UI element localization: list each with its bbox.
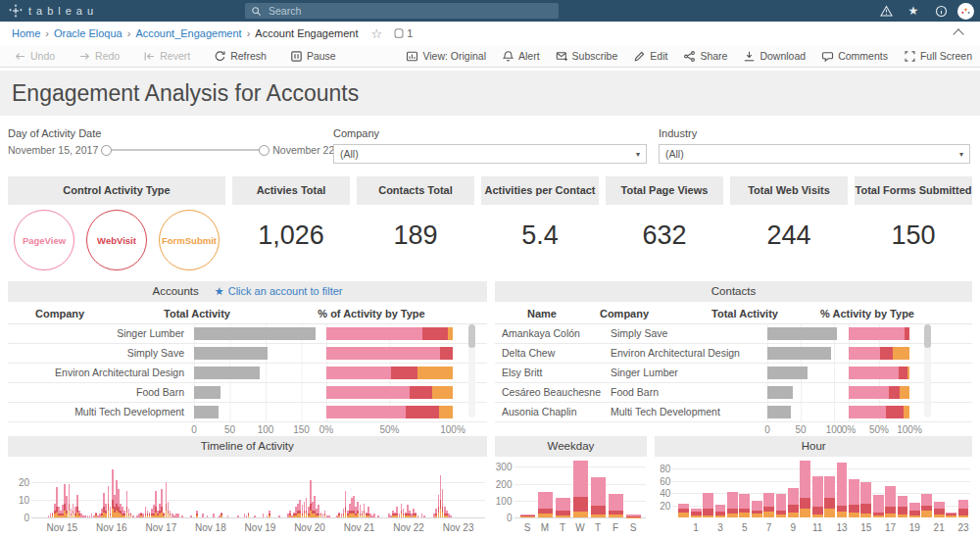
timeline-bar[interactable] bbox=[95, 513, 97, 514]
hour-bar[interactable] bbox=[837, 512, 848, 517]
search-bar[interactable] bbox=[245, 3, 559, 19]
pageview-segment[interactable] bbox=[849, 386, 889, 399]
timeline-bar[interactable] bbox=[442, 489, 444, 507]
activity-type-formsubmit-button[interactable]: FormSubmit bbox=[159, 210, 220, 270]
weekday-bar[interactable] bbox=[573, 497, 588, 512]
timeline-bar[interactable] bbox=[237, 515, 239, 517]
hour-bar[interactable] bbox=[678, 513, 689, 517]
contact-row[interactable]: Cesáreo BeauchesneFood Barn bbox=[495, 383, 972, 403]
hour-bar[interactable] bbox=[691, 509, 702, 513]
hour-bar[interactable] bbox=[837, 506, 848, 512]
pageview-segment[interactable] bbox=[849, 367, 899, 379]
favorites-star-icon[interactable]: ★ bbox=[903, 0, 924, 22]
webvisit-segment[interactable] bbox=[886, 406, 903, 418]
weekday-bar[interactable] bbox=[609, 511, 623, 514]
timeline-bar[interactable] bbox=[181, 515, 183, 517]
weekday-bar[interactable] bbox=[520, 516, 535, 517]
scrollbar-thumb[interactable] bbox=[468, 324, 475, 348]
timeline-bar[interactable] bbox=[263, 514, 265, 517]
hour-bar[interactable] bbox=[824, 498, 835, 510]
hour-bar[interactable] bbox=[776, 514, 787, 517]
timeline-bar[interactable] bbox=[132, 515, 134, 517]
subscribe-button[interactable]: Subscribe bbox=[556, 50, 618, 63]
webvisit-segment[interactable] bbox=[406, 406, 439, 418]
hour-bar[interactable] bbox=[727, 509, 738, 514]
hour-bar[interactable] bbox=[909, 503, 920, 511]
hour-bar[interactable] bbox=[837, 463, 848, 506]
hour-bar[interactable] bbox=[752, 501, 762, 511]
total-activity-bar[interactable] bbox=[767, 406, 791, 418]
hour-bar[interactable] bbox=[946, 515, 956, 517]
hour-bar[interactable] bbox=[885, 514, 896, 517]
edit-button[interactable]: Edit bbox=[633, 50, 667, 63]
company-dropdown[interactable]: (All) ▾ bbox=[333, 144, 647, 164]
timeline-bar[interactable] bbox=[373, 514, 375, 517]
hour-bar[interactable] bbox=[776, 511, 787, 514]
timeline-bar[interactable] bbox=[207, 515, 209, 517]
contact-row[interactable]: Elsy BrittSinger Lumber bbox=[495, 364, 972, 383]
hour-bar[interactable] bbox=[715, 505, 726, 512]
hour-bar[interactable] bbox=[921, 506, 932, 511]
timeline-bar[interactable] bbox=[196, 515, 198, 517]
hour-bar[interactable] bbox=[739, 509, 750, 513]
timeline-bar[interactable] bbox=[377, 515, 379, 517]
hour-bar[interactable] bbox=[776, 494, 787, 510]
comments-button[interactable]: Comments bbox=[821, 50, 888, 63]
hour-bar[interactable] bbox=[885, 507, 896, 514]
hour-bar[interactable] bbox=[752, 511, 762, 514]
hour-bar[interactable] bbox=[885, 486, 896, 506]
timeline-bar[interactable] bbox=[289, 511, 291, 514]
timeline-bar[interactable] bbox=[254, 515, 256, 517]
timeline-bar[interactable] bbox=[269, 515, 270, 517]
timeline-bar[interactable] bbox=[415, 513, 416, 514]
account-row[interactable]: Environ Architectural Design bbox=[8, 364, 487, 383]
timeline-bar[interactable] bbox=[345, 491, 347, 507]
webvisit-segment[interactable] bbox=[889, 386, 900, 399]
breadcrumb-workbook-link[interactable]: Account_Engagement bbox=[135, 27, 241, 39]
timeline-bar[interactable] bbox=[364, 504, 366, 511]
timeline-bar[interactable] bbox=[69, 484, 71, 504]
timeline-bar[interactable] bbox=[220, 515, 222, 517]
weekday-bar[interactable] bbox=[591, 506, 606, 514]
weekday-bar[interactable] bbox=[626, 514, 641, 515]
weekday-bar[interactable] bbox=[538, 514, 553, 517]
weekday-bar[interactable] bbox=[520, 515, 535, 517]
formsubmit-segment[interactable] bbox=[448, 327, 453, 340]
contacts-scrollbar[interactable] bbox=[924, 324, 931, 417]
weekday-bar[interactable] bbox=[609, 514, 623, 517]
webvisit-segment[interactable] bbox=[899, 367, 907, 379]
hour-bar[interactable] bbox=[739, 494, 750, 509]
refresh-button[interactable]: Refresh bbox=[214, 50, 267, 63]
hour-bar[interactable] bbox=[849, 513, 859, 517]
timeline-bar[interactable] bbox=[130, 513, 132, 514]
share-button[interactable]: Share bbox=[683, 50, 727, 63]
pageview-segment[interactable] bbox=[849, 327, 905, 340]
hour-bar[interactable] bbox=[898, 514, 908, 517]
timeline-bar[interactable] bbox=[396, 507, 398, 514]
timeline-bar[interactable] bbox=[190, 515, 192, 517]
timeline-bar[interactable] bbox=[220, 513, 222, 514]
hour-bar[interactable] bbox=[678, 509, 689, 513]
timeline-bar[interactable] bbox=[161, 489, 163, 507]
webvisit-segment[interactable] bbox=[905, 327, 909, 340]
weekday-bar[interactable] bbox=[609, 494, 623, 511]
pageview-segment[interactable] bbox=[849, 406, 886, 418]
weekday-bar[interactable] bbox=[556, 515, 570, 517]
webvisit-segment[interactable] bbox=[422, 327, 448, 340]
hour-bar[interactable] bbox=[703, 509, 713, 514]
formsubmit-segment[interactable] bbox=[904, 406, 909, 418]
slider-handle-start[interactable] bbox=[101, 145, 112, 156]
tableau-logo[interactable]: tableau bbox=[8, 4, 98, 18]
hour-bar[interactable] bbox=[812, 507, 823, 514]
hour-bar[interactable] bbox=[800, 461, 810, 498]
hour-bar[interactable] bbox=[860, 482, 871, 504]
timeline-bar[interactable] bbox=[423, 515, 425, 517]
hour-bar[interactable] bbox=[824, 476, 835, 498]
timeline-bar[interactable] bbox=[227, 515, 229, 517]
timeline-bar[interactable] bbox=[248, 513, 250, 514]
total-activity-bar[interactable] bbox=[767, 327, 837, 340]
hour-bar[interactable] bbox=[691, 515, 702, 517]
accounts-scrollbar[interactable] bbox=[468, 324, 475, 417]
search-input[interactable] bbox=[267, 4, 525, 18]
hour-bar[interactable] bbox=[788, 488, 799, 505]
